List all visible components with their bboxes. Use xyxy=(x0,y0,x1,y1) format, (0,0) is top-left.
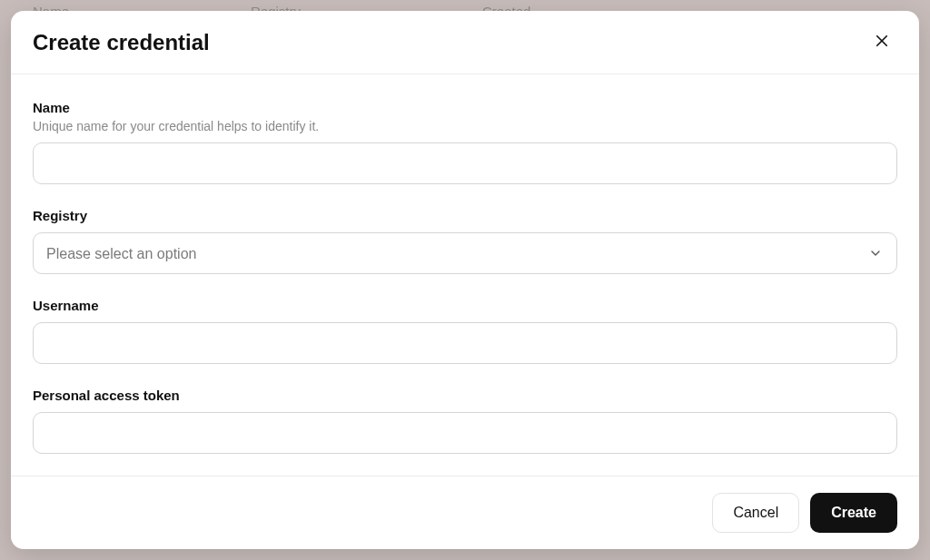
registry-select-wrapper: Please select an option xyxy=(33,232,897,274)
field-group-token: Personal access token xyxy=(33,388,897,454)
token-input[interactable] xyxy=(33,412,897,454)
modal-footer: Cancel Create xyxy=(11,476,919,549)
close-icon xyxy=(874,33,890,52)
registry-select[interactable]: Please select an option xyxy=(33,232,897,274)
field-group-username: Username xyxy=(33,298,897,364)
name-hint: Unique name for your credential helps to… xyxy=(33,119,897,133)
field-group-registry: Registry Please select an option xyxy=(33,208,897,274)
token-label: Personal access token xyxy=(33,388,897,403)
modal-title: Create credential xyxy=(33,30,210,55)
username-label: Username xyxy=(33,298,897,313)
field-group-name: Name Unique name for your credential hel… xyxy=(33,100,897,184)
cancel-button[interactable]: Cancel xyxy=(712,493,799,533)
modal-body: Name Unique name for your credential hel… xyxy=(11,74,919,476)
close-button[interactable] xyxy=(870,29,894,55)
registry-label: Registry xyxy=(33,208,897,223)
create-credential-modal: Create credential Name Unique name for y… xyxy=(11,11,919,549)
name-label: Name xyxy=(33,100,897,115)
modal-header: Create credential xyxy=(11,11,919,74)
name-input[interactable] xyxy=(33,142,897,184)
create-button[interactable]: Create xyxy=(810,493,897,533)
username-input[interactable] xyxy=(33,322,897,364)
